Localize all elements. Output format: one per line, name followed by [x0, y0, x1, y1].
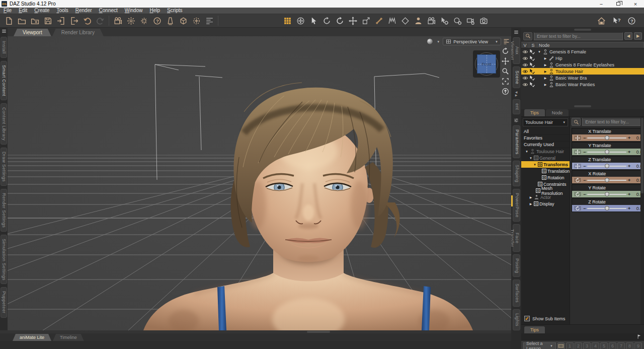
menu-edit[interactable]: Edit: [15, 8, 31, 14]
viewport-pan-tool[interactable]: [502, 57, 509, 65]
slider-x-translate[interactable]: X Translate−+0.00: [572, 128, 644, 142]
pane-tab-parameters[interactable]: Parameters: [513, 125, 520, 159]
selectability-toggle[interactable]: [529, 49, 535, 55]
scene-search-button[interactable]: [523, 32, 532, 40]
sphere-settings-button[interactable]: [452, 15, 463, 26]
tab-animate-lite[interactable]: aniMate Lite: [13, 334, 51, 341]
lesson-button-2[interactable]: 2: [575, 342, 582, 349]
view-cube-front-face[interactable]: Front: [477, 54, 496, 74]
lesson-button-3[interactable]: 3: [583, 342, 591, 349]
tab-node[interactable]: Node: [546, 109, 569, 116]
dock-menu-button[interactable]: [514, 30, 519, 35]
scene-row-hip[interactable]: ▶Hip: [521, 55, 644, 61]
menu-scripts[interactable]: Scripts: [164, 8, 186, 14]
expander-closed[interactable]: ▶: [543, 63, 547, 66]
menu-create[interactable]: Create: [31, 8, 53, 14]
slider-increment[interactable]: +: [628, 150, 630, 155]
scene-row-basic-wear-bra[interactable]: ▶Basic Wear Bra: [521, 75, 644, 81]
close-button[interactable]: ×: [627, 0, 644, 8]
viewport-frame-tool[interactable]: [502, 78, 509, 85]
parameters-filter-input[interactable]: [582, 118, 644, 126]
scene-back-button[interactable]: ◀: [624, 32, 632, 40]
column-selectable[interactable]: S: [529, 42, 537, 48]
expander[interactable]: ▼: [525, 150, 529, 153]
help-button[interactable]: [626, 15, 637, 26]
translate-tool[interactable]: [347, 15, 358, 26]
parameters-scrollbar[interactable]: [640, 117, 644, 324]
slider-decrement[interactable]: −: [583, 150, 586, 155]
pane-tab-lights[interactable]: Lights: [513, 309, 520, 330]
selectability-toggle[interactable]: [529, 75, 535, 81]
open-button[interactable]: [16, 15, 27, 26]
expander-closed[interactable]: ▶: [543, 76, 547, 80]
viewport-3d-scene[interactable]: ▼ Perspective View ▼ Front: [8, 36, 511, 330]
slider-track[interactable]: [587, 194, 626, 195]
param-group-mesh-resolution[interactable]: GMesh Resolution: [521, 187, 570, 194]
parameters-search-button[interactable]: [572, 118, 581, 126]
param-group-rotation[interactable]: GRotation: [521, 174, 570, 181]
slider-y-translate[interactable]: Y Translate−+0.00: [572, 142, 644, 156]
slider-handle[interactable]: [605, 192, 609, 196]
expander-closed[interactable]: ▶: [543, 83, 547, 86]
slider-decrement[interactable]: −: [583, 164, 586, 169]
new-null-button[interactable]: [191, 15, 202, 26]
hair-comb-tool[interactable]: [386, 15, 397, 26]
menu-connect[interactable]: Connect: [96, 8, 121, 14]
param-nav-currently-used[interactable]: Currently Used: [521, 142, 570, 148]
slider-decrement[interactable]: −: [583, 192, 586, 197]
parameters-pane-button[interactable]: [514, 118, 519, 123]
menu-tools[interactable]: Tools: [53, 8, 71, 14]
param-group-toulouse-hair[interactable]: ▼Toulouse Hair: [521, 148, 570, 155]
selectability-toggle[interactable]: [529, 82, 535, 88]
sidebar-tab-render-settings[interactable]: Render Settings: [1, 189, 7, 232]
panel-grip[interactable]: [574, 29, 591, 31]
expander[interactable]: ▶: [529, 195, 533, 199]
pane-tab-aux-viewport[interactable]: Aux Viewport: [513, 37, 520, 64]
tool-settings-button[interactable]: [439, 15, 450, 26]
scene-filter-input[interactable]: [534, 32, 623, 40]
expander[interactable]: ▼: [529, 157, 533, 160]
whats-this-button[interactable]: [611, 15, 622, 26]
import-button[interactable]: [55, 15, 66, 26]
lesson-button-5[interactable]: 5: [600, 342, 608, 349]
column-visible[interactable]: V: [521, 42, 529, 48]
viewport-pane-menu-button[interactable]: [503, 38, 510, 45]
viewport-reset-tool[interactable]: [502, 88, 509, 95]
param-nav-favorites[interactable]: Favorites: [521, 135, 570, 142]
scale-tool[interactable]: [360, 15, 371, 26]
column-node[interactable]: Node: [537, 42, 644, 48]
pane-tab-surfaces[interactable]: Surfaces: [513, 280, 520, 307]
lesson-button-1[interactable]: 1: [566, 342, 574, 349]
figure-select-tool[interactable]: [413, 15, 424, 26]
expander[interactable]: ▼: [533, 163, 537, 166]
view-selector-dropdown[interactable]: Perspective View ▼: [443, 38, 501, 45]
slider-decrement[interactable]: −: [583, 135, 586, 141]
slider-increment[interactable]: +: [628, 178, 630, 183]
expander-closed[interactable]: ▶: [543, 56, 547, 60]
visibility-toggle[interactable]: [522, 55, 528, 61]
restore-button[interactable]: [610, 0, 627, 8]
param-nav-all[interactable]: All: [521, 128, 570, 135]
visibility-toggle[interactable]: [522, 49, 528, 55]
viewport-zoom-tool[interactable]: [502, 67, 509, 75]
rotate-tool[interactable]: [334, 15, 345, 26]
expander-open[interactable]: ▼: [537, 50, 541, 53]
lesson-select-dropdown[interactable]: Select a Lesson... ▼: [523, 342, 556, 349]
sidebar-tab-puppeteer[interactable]: Puppeteer: [1, 287, 7, 317]
lesson-button-8[interactable]: 8: [626, 342, 633, 349]
new-point-light-button[interactable]: [138, 15, 149, 26]
selectability-toggle[interactable]: [529, 62, 535, 68]
slider-handle[interactable]: [605, 178, 609, 182]
node-select-tool[interactable]: [282, 15, 293, 26]
camera-add-button[interactable]: [426, 15, 437, 26]
new-spotlight-button[interactable]: [165, 15, 176, 26]
menu-window[interactable]: Window: [121, 8, 146, 14]
timeline-splitter[interactable]: [0, 330, 511, 333]
panel-splitter[interactable]: [521, 105, 644, 109]
slider-z-translate[interactable]: Z Translate−+0.00: [572, 156, 644, 170]
slider-handle[interactable]: [605, 135, 609, 140]
visibility-toggle[interactable]: [522, 82, 528, 88]
scene-row-genesis-8-female[interactable]: ▼Genesis 8 Female: [521, 48, 644, 55]
dock-menu-button[interactable]: [2, 29, 7, 34]
slider-increment[interactable]: +: [628, 164, 630, 169]
